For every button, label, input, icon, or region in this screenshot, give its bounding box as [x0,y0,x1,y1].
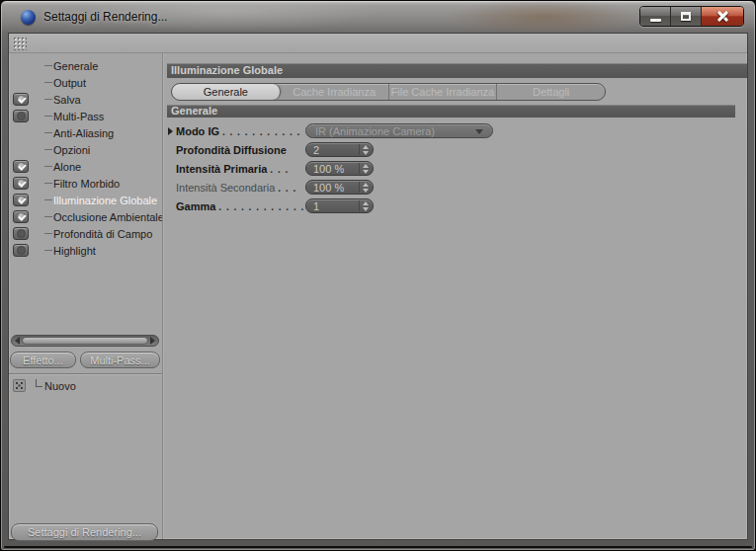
sidebar-item-occlusione-ambientale[interactable]: Occlusione Ambientale [9,208,162,225]
tab-label: Cache Irradianza [293,86,376,98]
sidebar-item-output[interactable]: Output [9,74,162,91]
checkbox[interactable] [13,194,29,206]
triangle-right-icon[interactable] [168,127,173,135]
tab-cache-irradianza[interactable]: Cache Irradianza [281,84,389,100]
dotted-leader: . . . . . . . . . . . [222,126,300,137]
close-icon [716,10,729,23]
field-label: Gamma [176,200,215,212]
field-left: Gamma . . . . . . . . . . . . [176,198,304,214]
preset-label: Nuovo [42,380,76,392]
multipass-button[interactable]: Multi-Pass... [80,352,160,368]
sidebar-horizontal-scrollbar[interactable] [11,335,159,347]
scrollbar-thumb[interactable] [22,337,148,345]
main-panel: Illuminazione Globale Generale Cache Irr… [164,53,747,539]
arrow-left-icon[interactable] [15,337,20,345]
preset-item-nuovo[interactable]: Nuovo [13,377,159,394]
sidebar-item-generale[interactable]: Generale [9,57,162,74]
minimize-button[interactable] [640,7,671,26]
sidebar-item-label: Profondità di Campo [52,228,152,240]
checkbox[interactable] [13,244,29,257]
tree-tick [44,82,52,83]
maximize-icon [681,12,691,21]
window-title: Settaggi di Rendering... [43,10,167,24]
field-label: Modo IG [176,125,219,137]
up-down-arrows-icon[interactable] [359,144,372,155]
window-titlebar[interactable]: Settaggi di Rendering... [1,1,755,33]
checkbox-dot [17,196,26,204]
gamma-spinner[interactable]: 1 [305,198,374,213]
sidebar-item-label: Filtro Morbido [52,178,120,190]
up-down-arrows-icon[interactable] [359,182,372,193]
tab-generale[interactable]: Generale [172,84,281,100]
field-label: Intensità Primaria [176,163,267,175]
sidebar-item-illuminazione-globale[interactable]: Illuminazione Globale [9,192,162,208]
checkbox[interactable] [13,210,29,223]
field-row-profondita-diffusione: Profondità Diffusione 2 [164,142,747,158]
field-label: Intensità Secondaria [176,182,275,194]
intensita-primaria-spinner[interactable]: 100 % [305,161,374,176]
effect-button[interactable]: Effetto... [10,352,76,368]
spinner-value: 100 % [313,163,344,175]
top-toolbar [9,34,747,53]
sidebar-item-salva[interactable]: Salva [9,91,162,108]
checkbox[interactable] [13,177,29,190]
checkbox-dot [17,112,26,120]
tree-branch [36,379,42,387]
sidebar-item-profondita-di-campo[interactable]: Profondità di Campo [9,225,162,242]
tab-dettagli[interactable]: Dettagli [497,84,605,100]
checkbox-dot [17,229,26,238]
sidebar-item-label: Multi-Pass [52,111,104,122]
c4d-sphere-icon [21,10,36,25]
tree-tick [44,216,52,217]
maximize-button[interactable] [671,7,702,26]
section-header: Generale [167,105,735,118]
dialog-content: Generale Output Salva Multi-Pass [8,33,748,540]
checkbox[interactable] [13,110,29,122]
sidebar-item-anti-aliasing[interactable]: Anti-Aliasing [9,124,162,141]
field-left: Modo IG . . . . . . . . . . . [176,123,304,139]
field-left: Intensità Primaria . . . [176,161,304,177]
dropdown-value: IR (Animazione Camera) [315,125,435,137]
close-button[interactable] [702,7,743,26]
grip-dots-icon[interactable] [13,37,27,50]
sidebar-item-label: Anti-Aliasing [52,127,114,139]
tree-tick [44,233,52,234]
checkbox-dot [17,246,26,255]
target-icon[interactable] [13,379,26,392]
field-row-gamma: Gamma . . . . . . . . . . . . 1 [164,198,747,214]
intensita-secondaria-spinner[interactable]: 100 % [305,180,374,195]
checkbox-dot [17,95,26,104]
sidebar-item-label: Alone [52,161,81,173]
dotted-leader: . . . [278,183,296,194]
arrow-right-icon[interactable] [150,337,155,345]
tree-tick [44,132,52,133]
tree-tick [44,116,52,117]
up-down-arrows-icon[interactable] [359,163,372,174]
sidebar-item-highlight[interactable]: Highlight [9,242,162,259]
settings-category-list: Generale Output Salva Multi-Pass [9,53,162,259]
up-down-arrows-icon[interactable] [359,200,372,211]
sidebar-item-label: Output [52,77,86,89]
render-settings-button[interactable]: Settaggi di Rendering... [11,523,158,541]
window-controls [639,6,744,27]
tab-file-cache-irradianza[interactable]: File Cache Irradianza [389,84,498,100]
sidebar-item-label: Illuminazione Globale [52,195,157,206]
profondita-diffusione-spinner[interactable]: 2 [305,142,374,157]
sidebar-item-multi-pass[interactable]: Multi-Pass [9,108,162,124]
checkbox[interactable] [13,93,29,106]
sidebar-item-label: Highlight [52,245,96,257]
dotted-leader: . . . [270,164,289,175]
sidebar-item-label: Salva [52,94,81,106]
modo-ig-dropdown[interactable]: IR (Animazione Camera) [305,123,493,138]
tab-label: File Cache Irradianza [391,86,495,98]
field-left: Profondità Diffusione [176,142,304,158]
checkbox[interactable] [13,227,29,240]
sidebar-item-alone[interactable]: Alone [9,158,162,175]
sidebar-item-opzioni[interactable]: Opzioni [9,141,162,158]
sidebar-item-filtro-morbido[interactable]: Filtro Morbido [9,175,162,192]
panel-title: Illuminazione Globale [167,63,747,78]
checkbox[interactable] [13,160,29,173]
tree-tick [44,149,52,150]
tree-tick [44,65,52,66]
field-row-intensita-secondaria: Intensità Secondaria . . . 100 % [164,180,747,196]
